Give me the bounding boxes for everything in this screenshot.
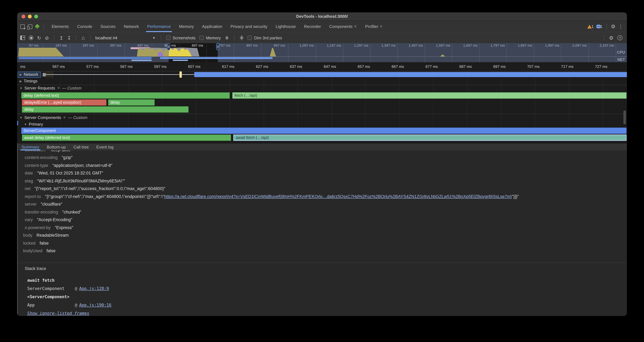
tab-recorder[interactable]: Recorder — [300, 21, 325, 32]
inspect-element-icon[interactable] — [20, 24, 25, 29]
tab-console[interactable]: Console — [73, 21, 96, 32]
download-profile-icon[interactable]: ↧ — [67, 35, 71, 40]
settings-gear-icon[interactable]: ⚙ — [611, 24, 616, 30]
tab-label: Network — [124, 24, 139, 29]
frame-function-name: App — [27, 302, 75, 307]
cpu-activity-chart — [17, 47, 627, 57]
details-tab-bottom-up[interactable]: Bottom-up — [43, 143, 70, 150]
selection-right-handle[interactable] — [216, 43, 219, 50]
flame-bar[interactable]: await fetch (…/api) — [233, 135, 626, 141]
flame-bar[interactable]: delay — [22, 106, 188, 113]
net-activity-bar — [160, 57, 272, 59]
garbage-collect-icon[interactable] — [225, 36, 229, 40]
header-row-vary: vary"Accept-Encoding" — [25, 216, 627, 224]
flame-bar[interactable]: delay (deferred text) — [22, 92, 230, 99]
dim-3rd-parties-checkbox[interactable]: Dim 3rd parties — [248, 35, 282, 40]
track-timings[interactable]: ▶Timings — [20, 79, 38, 84]
subgroup-primary[interactable]: ▼Primary — [24, 122, 43, 127]
tab-profiler[interactable]: Profiler⚛ — [361, 21, 387, 32]
frame-function-name: <ServerComponent> — [27, 294, 75, 299]
tab-privacy-and-security[interactable]: Privacy and security — [226, 21, 272, 32]
screenshots-checkbox[interactable]: Screenshots — [166, 35, 196, 40]
tab-label: Components — [329, 24, 352, 29]
more-options-icon[interactable]: ⋮ — [618, 24, 623, 29]
header-value-suffix: "}]}" — [512, 194, 519, 199]
tab-application[interactable]: Application — [198, 21, 226, 32]
header-row-content-encoding: content-encoding"gzip" — [25, 154, 627, 161]
overview-tick-label: 997 ms — [267, 44, 292, 47]
header-value: "application/json; charset=utf-8" — [52, 163, 112, 168]
flame-bar[interactable]: await delay (deferred text) — [22, 135, 231, 141]
header-row-connection: connection"keep-alive" — [25, 150, 627, 154]
ruler-tick-label: 577 ms — [80, 64, 105, 69]
custom-track-suffix: — Custom — [68, 115, 88, 120]
selection-left-handle[interactable] — [167, 43, 170, 50]
header-key: vary — [25, 217, 33, 222]
device-toolbar-icon[interactable] — [28, 24, 32, 29]
subgroup-title: Primary — [29, 122, 43, 127]
header-key: bodyUsed — [23, 249, 42, 253]
issues-badge[interactable]: 1 — [596, 24, 602, 29]
overview-tick-label: 1,597 ms — [430, 44, 456, 47]
details-tab-summary[interactable]: Summary — [18, 143, 43, 150]
history-dropdown[interactable]: localhost #4 ▼ — [95, 35, 156, 40]
overview-tick-label: 97 ms — [21, 44, 46, 47]
help-icon[interactable]: ? — [618, 35, 622, 40]
screenshot-marker[interactable] — [180, 71, 182, 78]
details-tab-call-tree[interactable]: Call tree — [70, 143, 92, 150]
checkbox-box — [166, 36, 170, 40]
tab-elements[interactable]: Elements — [48, 21, 73, 32]
divider — [604, 35, 604, 41]
stack-trace-title: Stack trace — [25, 266, 627, 271]
tab-lighthouse[interactable]: Lighthouse — [272, 21, 300, 32]
home-icon[interactable]: ⌂ — [82, 35, 85, 41]
devtools-window: DevTools - localhost:3000/ ElementsConso… — [17, 12, 627, 316]
tab-components[interactable]: Components⚛ — [325, 21, 361, 32]
clear-icon[interactable]: ⊘ — [45, 35, 49, 40]
tab-label: Application — [202, 24, 222, 29]
header-key: connection — [25, 150, 46, 152]
toggle-sidebar-icon[interactable] — [20, 36, 25, 40]
header-row-content-type: content-type"application/json; charset=u… — [25, 161, 627, 169]
divider — [90, 35, 90, 41]
show-ignore-listed-frames-link[interactable]: Show ignore-listed frames — [25, 311, 627, 316]
frame-source-link[interactable]: App.js:190:16 — [79, 302, 112, 307]
divider — [44, 24, 44, 29]
track-group-server-requests[interactable]: ▼Server Requests⚛— Custom — [20, 86, 82, 90]
header-value: false — [46, 249, 56, 253]
performance-toolbar: ↻ ⊘ ↥ ↧ ⌂ localhost #4 ▼ Screenshots Mem… — [17, 32, 627, 43]
overview-tick-label: 1,797 ms — [485, 44, 510, 47]
tab-performance[interactable]: Performance — [143, 21, 175, 32]
tab-network[interactable]: Network — [120, 21, 143, 32]
flame-bar[interactable]: delay — [108, 99, 154, 106]
track-network[interactable]: ▶Network — [18, 72, 46, 78]
details-tab-event-log[interactable]: Event log — [92, 143, 117, 150]
flame-bar[interactable]: delayedError (…ayed exception) — [22, 99, 106, 106]
tab-label: Lighthouse — [276, 24, 296, 29]
flame-scrollbar-thumb[interactable] — [624, 110, 626, 124]
tab-sources[interactable]: Sources — [96, 21, 120, 32]
stack-frame: <ServerComponent> — [25, 292, 627, 301]
frame-source-link[interactable]: App.js:128:9 — [79, 286, 109, 291]
warnings-badge[interactable]: 1 — [588, 24, 594, 29]
header-value: "{\"report_to\":\"cf-nel\",\"success_fra… — [34, 186, 165, 191]
report-to-url-link[interactable]: https://a.nel.cloudflare.com/report/v4?s… — [164, 194, 512, 199]
network-request-bar[interactable] — [194, 72, 627, 77]
memory-checkbox[interactable]: Memory — [199, 35, 221, 40]
stack-frame: App@App.js:190:16 — [25, 301, 627, 309]
ignore-listing-icon[interactable] — [240, 35, 244, 40]
reload-and-record-icon[interactable]: ↻ — [37, 35, 41, 40]
extension-gem-icon[interactable] — [35, 24, 40, 29]
timeline-overview[interactable]: 97 ms197 ms297 ms397 ms497 ms597 ms697 m… — [17, 43, 627, 62]
divider — [54, 35, 54, 41]
flame-bar[interactable]: ServerComponent — [22, 128, 626, 134]
capture-settings-gear-icon[interactable]: ⚙ — [609, 35, 614, 41]
flame-bar[interactable]: fetch (…/api) — [232, 92, 626, 99]
header-key: content-type — [25, 163, 48, 168]
react-atom-icon: ⚛ — [354, 25, 357, 29]
chevron-down-icon: ▼ — [152, 36, 156, 40]
tab-memory[interactable]: Memory — [175, 21, 198, 32]
record-button[interactable] — [29, 36, 33, 40]
upload-profile-icon[interactable]: ↥ — [59, 35, 63, 40]
track-group-server-components[interactable]: ▼Server Components⚛— Custom — [20, 115, 88, 120]
